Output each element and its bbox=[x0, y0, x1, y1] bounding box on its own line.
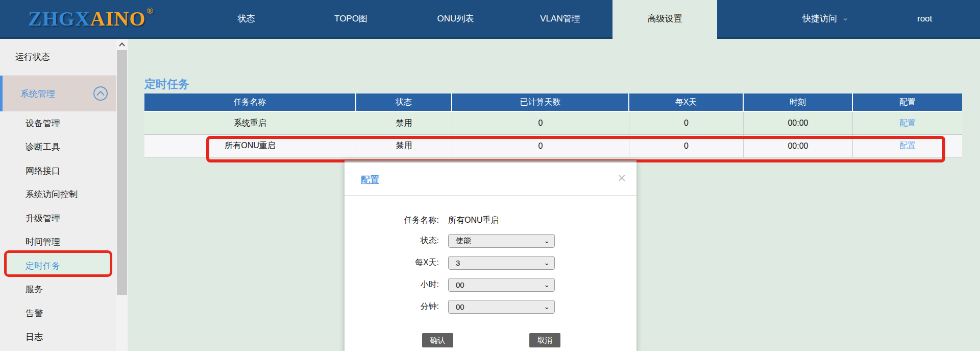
brand-logo-part1: ZHGX bbox=[28, 7, 90, 31]
minute-select[interactable]: 00 ⌄ bbox=[448, 300, 555, 314]
cell-status: 禁用 bbox=[356, 134, 452, 157]
modal-row-every-x-days: 每X天: 3 ⌄ bbox=[345, 256, 636, 270]
cell-every-x-days: 0 bbox=[629, 134, 744, 157]
sidebar-item-diagnostic-tools[interactable]: 诊断工具 bbox=[0, 135, 116, 159]
select-chevron-icon: ⌄ bbox=[544, 302, 550, 311]
every-x-days-label: 每X天: bbox=[345, 258, 439, 268]
header-every-x-days: 每X天 bbox=[629, 93, 744, 112]
cell-status: 禁用 bbox=[356, 112, 452, 134]
nav-tabs: 状态 TOPO图 ONU列表 VLAN管理 高级设置 bbox=[194, 0, 717, 39]
sidebar-item-running-status[interactable]: 运行状态 bbox=[0, 39, 116, 76]
header-status: 状态 bbox=[356, 93, 452, 112]
cell-task-name: 系统重启 bbox=[144, 112, 356, 134]
sidebar-item-services[interactable]: 服务 bbox=[0, 278, 116, 302]
tab-onu-list[interactable]: ONU列表 bbox=[403, 0, 508, 37]
task-name-value: 所有ONU重启 bbox=[448, 215, 499, 226]
registered-mark-icon: ® bbox=[146, 6, 154, 16]
header-config: 配置 bbox=[853, 93, 962, 112]
nav-quick-access[interactable]: 快捷访问 ⌄ bbox=[802, 0, 849, 37]
sidebar-item-device-management[interactable]: 设备管理 bbox=[0, 111, 116, 135]
cell-time: 00:00 bbox=[744, 134, 853, 157]
select-chevron-icon: ⌄ bbox=[544, 280, 550, 289]
brand-logo: ZHGXAINO® bbox=[28, 0, 154, 37]
tab-status[interactable]: 状态 bbox=[194, 0, 299, 37]
minute-select-value: 00 bbox=[456, 302, 464, 311]
modal-row-hour: 小时: 00 ⌄ bbox=[345, 278, 636, 292]
sidebar-item-alarms[interactable]: 告警 bbox=[0, 301, 116, 325]
sidebar-item-system-management[interactable]: 系统管理 bbox=[0, 76, 116, 111]
sidebar-item-time-management[interactable]: 时间管理 bbox=[0, 230, 116, 254]
tab-advanced-settings[interactable]: 高级设置 bbox=[612, 0, 717, 39]
cell-config: 配置 bbox=[853, 112, 962, 134]
top-navbar: ZHGXAINO® 状态 TOPO图 ONU列表 VLAN管理 高级设置 快捷访… bbox=[0, 0, 980, 39]
close-icon[interactable]: ✕ bbox=[617, 173, 626, 183]
hour-select-value: 00 bbox=[456, 280, 464, 289]
config-modal: 配置 ✕ 任务名称: 所有ONU重启 状态: 使能 ⌄ 每X天: 3 ⌄ 小时:… bbox=[345, 160, 636, 351]
header-time: 时刻 bbox=[744, 93, 853, 112]
sidebar-item-scheduled-tasks[interactable]: 定时任务 bbox=[0, 254, 116, 278]
scroll-up-icon bbox=[119, 42, 125, 46]
sidebar-scrollbar[interactable] bbox=[116, 39, 128, 351]
scroll-up-button[interactable] bbox=[116, 39, 128, 50]
page-title: 定时任务 bbox=[144, 77, 189, 92]
task-name-label: 任务名称: bbox=[345, 215, 439, 226]
sidebar-item-upgrade-management[interactable]: 升级管理 bbox=[0, 206, 116, 230]
header-task-name: 任务名称 bbox=[144, 93, 356, 112]
sidebar-item-system-access-control[interactable]: 系统访问控制 bbox=[0, 183, 116, 207]
modal-row-task-name: 任务名称: 所有ONU重启 bbox=[345, 214, 636, 227]
minute-label: 分钟: bbox=[345, 301, 439, 312]
cell-every-x-days: 0 bbox=[629, 112, 744, 134]
hour-label: 小时: bbox=[345, 279, 439, 290]
active-group-accent-bar bbox=[0, 76, 3, 111]
select-chevron-icon: ⌄ bbox=[544, 237, 550, 245]
modal-divider bbox=[345, 195, 636, 196]
modal-row-status: 状态: 使能 ⌄ bbox=[345, 234, 636, 248]
cell-time: 00:00 bbox=[744, 112, 853, 134]
cell-counted-days: 0 bbox=[452, 134, 629, 157]
quick-access-label: 快捷访问 bbox=[802, 13, 837, 25]
sidebar-item-logs[interactable]: 日志 bbox=[0, 325, 116, 349]
modal-title: 配置 bbox=[361, 174, 379, 186]
every-x-days-select[interactable]: 3 ⌄ bbox=[448, 256, 555, 270]
sidebar-item-network-interface[interactable]: 网络接口 bbox=[0, 159, 116, 183]
nav-user[interactable]: root bbox=[917, 0, 932, 37]
cell-counted-days: 0 bbox=[452, 112, 629, 134]
modal-row-minute: 分钟: 00 ⌄ bbox=[345, 300, 636, 314]
cell-task-name: 所有ONU重启 bbox=[144, 134, 356, 157]
sidebar-group-label: 系统管理 bbox=[20, 88, 55, 100]
header-counted-days: 已计算天数 bbox=[452, 93, 629, 112]
chevron-down-icon: ⌄ bbox=[842, 12, 849, 23]
collapse-up-icon[interactable] bbox=[93, 86, 108, 101]
config-link[interactable]: 配置 bbox=[899, 141, 916, 151]
confirm-button[interactable]: 确认 bbox=[422, 333, 453, 347]
tab-vlan[interactable]: VLAN管理 bbox=[508, 0, 612, 37]
tab-topo[interactable]: TOPO图 bbox=[299, 0, 403, 37]
table-header-row: 任务名称 状态 已计算天数 每X天 时刻 配置 bbox=[144, 93, 962, 112]
sidebar: 运行状态 系统管理 设备管理 诊断工具 网络接口 系统访问控制 升级管理 时间管… bbox=[0, 39, 116, 351]
status-label: 状态: bbox=[345, 236, 439, 246]
cell-config: 配置 bbox=[853, 134, 962, 157]
status-select-value: 使能 bbox=[456, 236, 471, 246]
config-link[interactable]: 配置 bbox=[899, 118, 916, 129]
scrollbar-thumb[interactable] bbox=[117, 50, 127, 295]
every-x-days-select-value: 3 bbox=[456, 259, 460, 267]
status-select[interactable]: 使能 ⌄ bbox=[448, 234, 555, 248]
select-chevron-icon: ⌄ bbox=[544, 259, 550, 267]
brand-logo-part2: AINO bbox=[90, 7, 145, 31]
table-row: 所有ONU重启 禁用 0 0 00:00 配置 bbox=[144, 134, 962, 157]
table-row: 系统重启 禁用 0 0 00:00 配置 bbox=[144, 112, 962, 134]
hour-select[interactable]: 00 ⌄ bbox=[448, 278, 555, 292]
scheduled-tasks-table: 任务名称 状态 已计算天数 每X天 时刻 配置 系统重启 禁用 0 0 00:0… bbox=[144, 93, 962, 157]
cancel-button[interactable]: 取消 bbox=[529, 333, 560, 347]
